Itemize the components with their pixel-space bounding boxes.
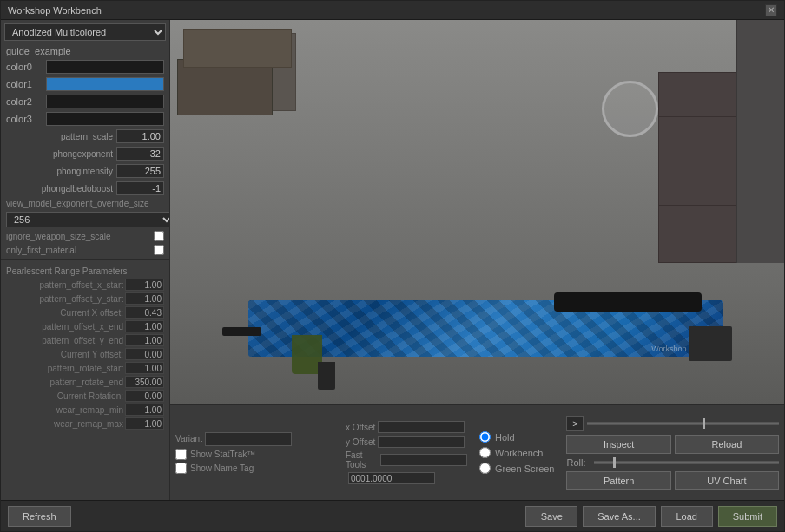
sp-input-9[interactable] <box>125 390 164 402</box>
controls-middle: x Offset y Offset Fast Tools <box>346 421 467 484</box>
roll-row: Roll: <box>566 457 779 468</box>
fast-tools-input[interactable] <box>380 454 467 466</box>
color3-swatch[interactable] <box>46 112 164 126</box>
phong-albedo-row: phongalbedoboost <box>1 180 169 197</box>
save-button[interactable]: Save <box>525 506 577 527</box>
main-content: Anodized Multicolored guide_example colo… <box>1 20 784 500</box>
radio-greenscreen: Green Screen <box>479 463 554 474</box>
view-model-label: view_model_exponent_override_size <box>6 199 164 208</box>
controls-radio: Hold Workbench Green Screen <box>479 431 554 474</box>
controls-right: > Inspect Reload Roll: <box>566 416 779 490</box>
sp-input-2[interactable] <box>125 292 164 305</box>
bg-crate <box>183 29 292 68</box>
sp-label-8: pattern_rotate_end <box>6 378 123 387</box>
bg-wall-right <box>736 20 784 263</box>
phong-exponent-input[interactable] <box>116 147 164 161</box>
reload-button[interactable]: Reload <box>675 435 779 454</box>
ignore-weapon-checkbox[interactable] <box>154 231 164 241</box>
weapon-scope <box>554 292 702 312</box>
roll-slider[interactable] <box>594 461 779 464</box>
bg-cabinet <box>658 72 736 263</box>
nametag-row: Show Name Tag <box>175 463 340 474</box>
sp-input-5[interactable] <box>125 334 164 346</box>
close-button[interactable]: ✕ <box>765 4 777 16</box>
small-param-1: pattern_offset_x_start <box>1 278 169 292</box>
sp-label-4: pattern_offset_x_end <box>6 322 123 332</box>
sp-input-6[interactable] <box>125 348 164 360</box>
radio-workbench-input[interactable] <box>479 447 491 458</box>
uv-chart-button[interactable]: UV Chart <box>675 471 779 490</box>
variant-row: Variant <box>175 432 340 446</box>
save-as-button[interactable]: Save As... <box>583 506 656 527</box>
left-panel-content: Anodized Multicolored guide_example colo… <box>1 20 169 500</box>
cabinet-divider3 <box>659 205 736 206</box>
x-offset-input[interactable] <box>378 421 465 433</box>
variant-label: Variant <box>175 434 202 443</box>
color2-swatch[interactable] <box>46 95 164 108</box>
sp-input-10[interactable] <box>125 404 164 416</box>
radio-hold-input[interactable] <box>479 431 491 443</box>
nametag-checkbox[interactable] <box>175 463 187 474</box>
style-dropdown[interactable]: Anodized Multicolored <box>4 23 166 41</box>
pattern-button[interactable]: Pattern <box>566 471 670 490</box>
load-button[interactable]: Load <box>661 506 713 527</box>
roll-label: Roll: <box>566 457 590 468</box>
color3-row: color3 <box>1 110 169 128</box>
top-slider[interactable] <box>587 422 779 425</box>
small-param-10: wear_remap_min <box>1 403 169 417</box>
sp-input-7[interactable] <box>125 362 164 374</box>
variant-input[interactable] <box>205 432 292 446</box>
refresh-button[interactable]: Refresh <box>8 506 71 527</box>
small-param-9: Current Rotation: <box>1 389 169 403</box>
only-first-row: only_first_material <box>1 243 169 257</box>
color2-label: color2 <box>6 96 43 107</box>
phong-intensity-label: phongintensity <box>6 167 113 176</box>
stattrak-checkbox[interactable] <box>175 449 187 460</box>
sp-label-6: Current Y offset: <box>6 350 123 359</box>
sp-input-4[interactable] <box>125 320 164 332</box>
radio-greenscreen-input[interactable] <box>479 463 491 474</box>
sp-input-8[interactable] <box>125 376 164 388</box>
color0-label: color0 <box>6 62 43 72</box>
view-model-dropdown[interactable]: 256 64 128 512 <box>6 212 169 227</box>
window-title: Workshop Workbench <box>8 5 102 16</box>
left-panel-inner: Anodized Multicolored guide_example colo… <box>1 20 169 500</box>
inspect-button[interactable]: Inspect <box>566 435 670 454</box>
sp-label-9: Current Rotation: <box>6 391 123 401</box>
small-param-6: Current Y offset: <box>1 347 169 361</box>
color0-swatch[interactable] <box>46 60 164 74</box>
submit-button[interactable]: Submit <box>718 506 777 527</box>
color1-swatch[interactable] <box>46 77 164 91</box>
roll-slider-track <box>594 462 779 463</box>
extra-input[interactable] <box>348 472 435 484</box>
only-first-checkbox[interactable] <box>154 245 164 255</box>
slider-prev-btn[interactable]: > <box>566 416 584 431</box>
small-param-5: pattern_offset_y_end <box>1 333 169 347</box>
small-param-2: pattern_offset_y_start <box>1 292 169 305</box>
y-offset-label: y Offset <box>346 437 375 447</box>
sp-label-2: pattern_offset_y_start <box>6 294 123 304</box>
weapon-barrel <box>222 327 261 336</box>
roll-slider-thumb <box>613 457 616 468</box>
sp-input-1[interactable] <box>125 279 164 291</box>
y-offset-row: y Offset <box>346 436 467 448</box>
pearlescent-label: Pearlescent Range Parameters <box>1 263 169 278</box>
x-offset-label: x Offset <box>346 423 375 432</box>
phong-albedo-input[interactable] <box>116 181 164 195</box>
phong-exponent-label: phongexponent <box>6 149 113 159</box>
sp-label-10: wear_remap_min <box>6 405 123 415</box>
y-offset-input[interactable] <box>378 436 465 448</box>
stattrak-row: Show StatTrak™ <box>175 449 340 460</box>
left-panel: Anodized Multicolored guide_example colo… <box>1 20 170 500</box>
sp-input-11[interactable] <box>125 417 164 430</box>
pattern-scale-input[interactable] <box>116 129 164 143</box>
controls-left: Variant Show StatTrak™ Show Name Tag <box>175 432 340 474</box>
phong-albedo-label: phongalbedoboost <box>6 184 113 194</box>
weapon-container: Workshop Preview <box>222 261 736 374</box>
weapon-magazine <box>318 362 335 390</box>
sp-input-3[interactable] <box>125 306 164 319</box>
phong-intensity-input[interactable] <box>116 164 164 178</box>
small-param-4: pattern_offset_x_end <box>1 319 169 333</box>
sp-label-5: pattern_offset_y_end <box>6 336 123 345</box>
top-slider-thumb <box>703 418 705 429</box>
